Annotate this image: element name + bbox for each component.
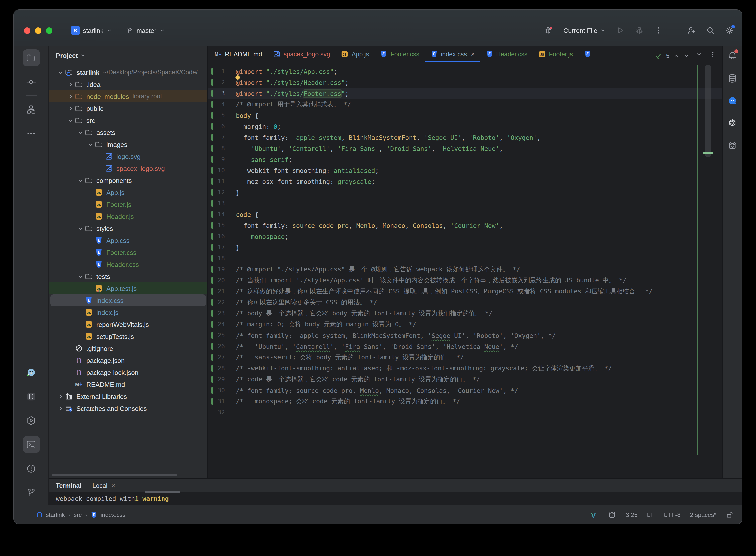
more-actions-button[interactable] xyxy=(654,26,663,35)
tree-item-index.js[interactable]: JSindex.js xyxy=(49,307,207,318)
code-line-1[interactable]: 1@import "./styles/App.css"; xyxy=(208,66,722,77)
tree-item-external-libraries[interactable]: External Libraries xyxy=(49,390,207,403)
chevron-down-icon[interactable] xyxy=(56,69,65,76)
tree-item-starlink[interactable]: starlink~/Desktop/Projects/SpaceX/Code/ xyxy=(49,67,207,78)
tab-header.css[interactable]: ƐHeader.css xyxy=(480,46,533,62)
pet-plugin-icon[interactable] xyxy=(608,510,617,519)
tab-overflow[interactable]: Ɛ xyxy=(579,46,597,62)
tool-button-services-tool-window[interactable] xyxy=(23,412,40,429)
project-tree-hscrollbar[interactable] xyxy=(52,474,177,477)
tree-item-index.css[interactable]: Ɛindex.css xyxy=(49,294,207,307)
code-line-5[interactable]: 5body { xyxy=(208,110,722,121)
code-line-32[interactable]: 32 xyxy=(208,407,722,418)
chevron-down-icon[interactable] xyxy=(76,129,85,136)
tree-item-styles[interactable]: styles xyxy=(49,222,207,235)
tool-button-commit-tool-window[interactable] xyxy=(23,73,40,91)
tree-item-tests[interactable]: tests xyxy=(49,271,207,282)
tree-item-footer.css[interactable]: ƐFooter.css xyxy=(49,246,207,258)
tree-item-src[interactable]: src xyxy=(49,114,207,127)
tool-button-terminal-tool-window[interactable] xyxy=(23,436,40,453)
run-button[interactable] xyxy=(616,26,625,35)
code-line-24[interactable]: 24/* margin: 0; 会将 body 元素的 margin 设置为 0… xyxy=(208,319,722,330)
tree-item-header.css[interactable]: ƐHeader.css xyxy=(49,258,207,271)
tab-close-icon[interactable]: × xyxy=(471,50,475,58)
tree-item-public[interactable]: public xyxy=(49,103,207,114)
terminal-tab-close-icon[interactable]: × xyxy=(111,482,115,489)
tree-item-app.css[interactable]: ƐApp.css xyxy=(49,235,207,246)
breadcrumb-index.css[interactable]: Ɛindex.css xyxy=(91,511,126,518)
code-line-4[interactable]: 4/* @import 用于导入其他样式表。 */ xyxy=(208,99,722,110)
code-line-9[interactable]: 9 sans-serif; xyxy=(208,154,722,165)
code-line-17[interactable]: 17} xyxy=(208,242,722,253)
next-problem-icon[interactable] xyxy=(684,53,689,59)
breadcrumb-src[interactable]: src xyxy=(74,511,82,518)
code-line-3[interactable]: 3@import "./styles/Footer.css"; xyxy=(208,88,722,99)
minimize-window-button[interactable] xyxy=(35,27,41,34)
terminal-tab-local[interactable]: Local × xyxy=(93,482,115,489)
tool-button-version-control-tool-window[interactable] xyxy=(23,484,40,501)
chevron-down-icon[interactable] xyxy=(76,177,85,184)
tool-button-notifications[interactable] xyxy=(726,50,738,62)
code-line-13[interactable]: 13 xyxy=(208,198,722,209)
editor-body[interactable]: 1@import "./styles/App.css";2@import "./… xyxy=(208,63,722,479)
tree-item-package.json[interactable]: {}package.json xyxy=(49,354,207,367)
chevron-right-icon[interactable] xyxy=(56,393,65,400)
code-line-7[interactable]: 7 font-family: -apple-system, BlinkMacSy… xyxy=(208,132,722,143)
chevron-right-icon[interactable] xyxy=(56,405,65,412)
chevron-down-icon[interactable] xyxy=(86,141,95,148)
tree-item-scratches-and-consoles[interactable]: Scratches and Consoles xyxy=(49,403,207,415)
inspections-widget[interactable]: 5 xyxy=(653,51,691,61)
terminal-resize-handle[interactable] xyxy=(145,491,180,493)
code-line-22[interactable]: 22/* 你可以在这里阅读更多关于 CSS 的用法。 */ xyxy=(208,297,722,308)
settings-button[interactable] xyxy=(725,26,734,35)
code-line-19[interactable]: 19/* @import "./styles/App.css" 是一个 @规则，… xyxy=(208,264,722,275)
code-line-21[interactable]: 21/* 这样做的好处是，你可以在生产环境中使用不同的 CSS 提取工具，例如 … xyxy=(208,286,722,297)
project-widget[interactable]: S starlink xyxy=(71,26,112,35)
code-line-26[interactable]: 26/* 'Ubuntu', 'Cantarell', 'Fira Sans',… xyxy=(208,341,722,352)
tree-item-reportwebvitals.js[interactable]: JSreportWebVitals.js xyxy=(49,318,207,331)
terminal-title[interactable]: Terminal xyxy=(56,482,81,489)
code-line-16[interactable]: 16 monospace; xyxy=(208,231,722,242)
tree-item-logo.svg[interactable]: logo.svg xyxy=(49,150,207,163)
tab-app.js[interactable]: JSApp.js xyxy=(336,46,375,62)
chevron-down-icon[interactable] xyxy=(76,225,85,232)
tree-item-images[interactable]: images xyxy=(49,139,207,150)
code-line-31[interactable]: 31/* monospace; 会将 code 元素的 font-family … xyxy=(208,396,722,407)
code-line-14[interactable]: 14code { xyxy=(208,209,722,220)
tree-item-spacex-logo.svg[interactable]: spacex_logo.svg xyxy=(49,163,207,174)
debugger-disconnected-icon[interactable] xyxy=(545,26,553,35)
branch-widget[interactable]: master xyxy=(127,27,165,34)
chevron-down-icon[interactable] xyxy=(66,117,75,124)
tree-item-app.test.js[interactable]: JSApp.test.js xyxy=(49,282,207,294)
close-window-button[interactable] xyxy=(24,27,31,34)
run-configuration-select[interactable]: Current File xyxy=(563,27,606,34)
tree-item-.idea[interactable]: .idea xyxy=(49,78,207,91)
chevron-right-icon[interactable] xyxy=(66,93,75,100)
chevron-right-icon[interactable] xyxy=(66,105,75,112)
code-line-20[interactable]: 20/* 当我们 import './styles/App.css' 时，该文件… xyxy=(208,275,722,286)
code-line-25[interactable]: 25/* font-family: -apple-system, BlinkMa… xyxy=(208,330,722,341)
tree-item-assets[interactable]: assets xyxy=(49,127,207,139)
code-line-29[interactable]: 29/* code 是一个选择器，它会将 code 元素的 font-famil… xyxy=(208,374,722,385)
tree-item-package-lock.json[interactable]: {}package-lock.json xyxy=(49,367,207,379)
project-panel-header[interactable]: Project xyxy=(49,46,207,65)
code-line-12[interactable]: 12} xyxy=(208,187,722,198)
tab-index.css[interactable]: Ɛindex.css× xyxy=(425,46,480,62)
v-plugin-icon[interactable]: V xyxy=(589,510,598,519)
tab-list-chevron-icon[interactable] xyxy=(695,51,702,58)
unlock-icon[interactable] xyxy=(726,511,733,518)
editor-scrollbar-thumb[interactable] xyxy=(705,65,712,158)
tool-button-more-tool-windows[interactable] xyxy=(23,125,40,142)
tree-item-header.js[interactable]: JSHeader.js xyxy=(49,210,207,222)
tool-button-frames-tool-window[interactable] xyxy=(23,388,40,405)
code-with-me-button[interactable] xyxy=(687,26,696,35)
code-line-6[interactable]: 6 margin: 0; xyxy=(208,121,722,132)
code-line-23[interactable]: 23/* body 是一个选择器，它会将 body 元素的 font-famil… xyxy=(208,308,722,319)
code-line-8[interactable]: 8 'Ubuntu', 'Cantarell', 'Fira Sans', 'D… xyxy=(208,143,722,154)
tab-readme.md[interactable]: MREADME.md xyxy=(209,46,268,62)
tree-item-setuptests.js[interactable]: JSsetupTests.js xyxy=(49,331,207,343)
code-line-18[interactable]: 18 xyxy=(208,253,722,264)
chevron-down-icon[interactable] xyxy=(76,273,85,280)
tool-button-openai-assistant[interactable] xyxy=(726,117,738,130)
tree-item-app.js[interactable]: JSApp.js xyxy=(49,186,207,199)
